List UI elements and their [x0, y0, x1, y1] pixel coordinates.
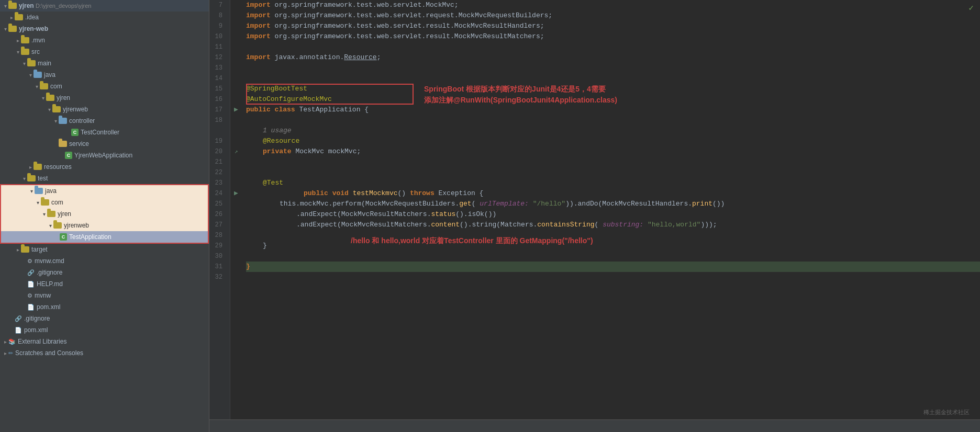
ln-8: 8 [209, 10, 226, 21]
ln-28: 28 [209, 230, 226, 241]
sidebar-item-com[interactable]: com [0, 81, 209, 92]
ln-29: 29 [209, 241, 226, 251]
yjrenweb-label: yjren-web [19, 25, 207, 32]
ln-14: 14 [209, 73, 226, 84]
yjrenweb2-label: yjrenweb [63, 106, 207, 113]
test-com-label: com [51, 199, 206, 206]
service-label: service [69, 140, 207, 147]
com-label: com [50, 83, 207, 90]
target-arrow [15, 247, 21, 253]
sidebar-item-test-application[interactable]: C TestApplication [1, 231, 208, 243]
test-folder-icon [27, 175, 36, 181]
test-label: test [38, 175, 207, 182]
mvnw-label: mvnw [35, 292, 207, 299]
ln-32: 32 [209, 272, 226, 282]
pom2-label: pom.xml [24, 326, 207, 334]
sidebar-item-main[interactable]: main [0, 58, 209, 69]
ln-27: 27 [209, 220, 226, 230]
project-root[interactable]: yjren D:\yjren_devops\yjren [0, 0, 209, 12]
side-note-2: /hello 和 hello,world 对应着TestController 里… [351, 235, 675, 246]
main-arrow [21, 61, 27, 66]
gitignore2-label: .gitignore [24, 315, 207, 322]
ln-30: 30 [209, 251, 226, 262]
sidebar-item-yjren-web-app[interactable]: C YjrenWebApplication [0, 150, 209, 161]
sidebar-item-gitignore2[interactable]: 🔗 .gitignore [0, 313, 209, 324]
test-yjrenweb-arrow [47, 223, 53, 229]
sidebar-item-java-main[interactable]: java [0, 69, 209, 81]
code-line-29: } /hello 和 hello,world 对应着TestController… [246, 241, 980, 251]
test-com-folder-icon [41, 199, 49, 206]
mvn-arrow [15, 38, 21, 43]
resources-folder-icon [34, 164, 42, 170]
sidebar-item-test-yjrenweb[interactable]: yjrenweb [1, 220, 208, 231]
sidebar-item-yjren[interactable]: yjren [0, 92, 209, 104]
sidebar-item-mvn[interactable]: .mvn [0, 35, 209, 46]
sidebar-item-gitignore1[interactable]: 🔗 .gitignore [0, 267, 209, 278]
code-line-30 [246, 251, 980, 262]
scratches-label: Scratches and Consoles [15, 349, 207, 357]
sidebar-item-controller[interactable]: controller [0, 115, 209, 127]
sidebar-item-help-md[interactable]: 📄 HELP.md [0, 278, 209, 290]
sidebar-item-scratches[interactable]: ✏ Scratches and Consoles [0, 347, 209, 359]
project-folder-icon [8, 3, 17, 9]
sidebar-item-test-yjren[interactable]: yjren [1, 208, 208, 220]
yjren-folder-icon [46, 95, 54, 101]
project-sidebar[interactable]: yjren D:\yjren_devops\yjren .idea yjren-… [0, 0, 209, 432]
code-line-10: import org.springframework.test.web.serv… [246, 31, 980, 42]
gitignore2-icon: 🔗 [15, 315, 22, 322]
code-line-26: .andExpect(MockMvcResultMatchers.status(… [246, 209, 980, 220]
yjrenweb2-folder-icon [52, 106, 61, 112]
main-label: main [38, 60, 207, 67]
ln-22: 22 [209, 167, 226, 178]
code-line-25: this.mockMvc.perform(MockMvcRequestBuild… [246, 199, 980, 209]
ln-7: 7 [209, 0, 226, 10]
sidebar-item-resources[interactable]: resources [0, 161, 209, 173]
sidebar-item-java-test[interactable]: java [1, 185, 208, 197]
pom2-icon: 📄 [15, 327, 22, 334]
java-test-folder-icon [35, 188, 43, 194]
idea-label: .idea [25, 14, 207, 21]
yjrenweb-arrow [2, 26, 8, 32]
extlibs-arrow [2, 339, 8, 345]
sidebar-item-idea[interactable]: .idea [0, 12, 209, 23]
sidebar-item-mvnw[interactable]: ⚙ mvnw [0, 290, 209, 301]
sidebar-item-service[interactable]: service [0, 138, 209, 150]
java-test-label: java [45, 187, 206, 195]
com-arrow [34, 84, 40, 89]
sidebar-item-test-controller[interactable]: C TestController [0, 127, 209, 138]
mvnw-cmd-icon: ⚙ [27, 258, 32, 265]
code-line-22 [246, 167, 980, 178]
ln-20: 20 [209, 146, 226, 157]
code-content[interactable]: import org.springframework.test.web.serv… [242, 0, 980, 419]
sidebar-item-yjrenweb[interactable]: yjrenweb [0, 104, 209, 115]
scratches-arrow [2, 350, 8, 356]
sidebar-item-test-com[interactable]: com [1, 197, 208, 208]
sidebar-item-yjren-web[interactable]: yjren-web [0, 23, 209, 35]
ln-10: 10 [209, 31, 226, 42]
sidebar-item-pom2[interactable]: 📄 pom.xml [0, 324, 209, 336]
ln-18: 18 [209, 115, 226, 126]
testapp-icon: C [60, 233, 67, 241]
target-label: target [31, 246, 207, 253]
ln-13: 13 [209, 63, 226, 73]
sidebar-item-src[interactable]: src [0, 46, 209, 58]
sidebar-item-pom1[interactable]: 📄 pom.xml [0, 301, 209, 313]
idea-arrow [8, 15, 15, 20]
ln-11: 11 [209, 42, 226, 52]
run-gutter-20[interactable]: ↗ [230, 146, 242, 157]
sidebar-item-external-libs[interactable]: 📚 External Libraries [0, 336, 209, 347]
run-gutter-17[interactable]: ▶ [230, 105, 242, 115]
side-note-1: SpringBoot 根据版本判断对应的Junit是4还是5，4需要添加注解@R… [424, 84, 717, 106]
pom1-label: pom.xml [37, 303, 207, 311]
code-line-21 [246, 157, 980, 167]
sidebar-item-test[interactable]: test [0, 173, 209, 184]
test-java-highlight-box: java com yjren yjrenweb C Tes [0, 184, 209, 244]
ln-23: 23 [209, 178, 226, 188]
code-area[interactable]: 7 8 9 10 11 12 13 14 15 16 17 18 19 20 2… [209, 0, 980, 419]
src-folder-icon [21, 49, 29, 55]
ln-12: 12 [209, 52, 226, 63]
sidebar-item-target[interactable]: target [0, 244, 209, 255]
run-gutter-24[interactable]: ▶ [230, 188, 242, 199]
sidebar-item-mvnw-cmd[interactable]: ⚙ mvnw.cmd [0, 255, 209, 267]
main-folder-icon [27, 60, 36, 66]
